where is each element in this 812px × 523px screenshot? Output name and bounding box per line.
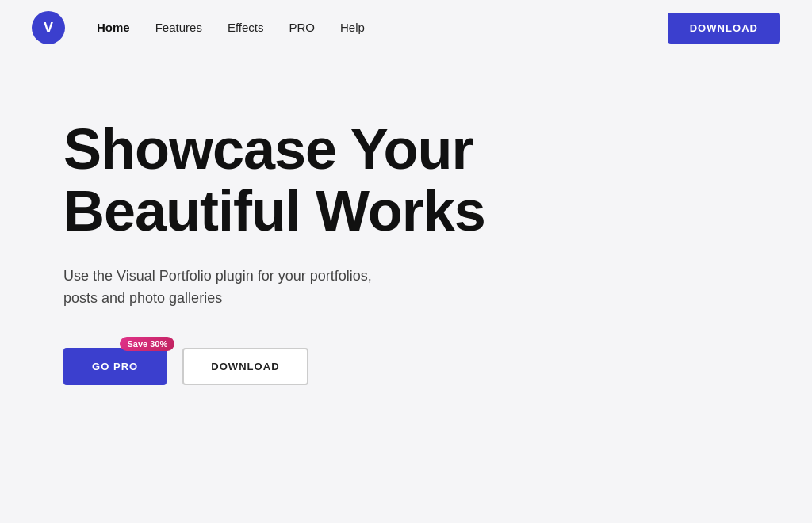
logo-letter: V — [44, 20, 53, 36]
nav-links: Home Features Effects PRO Help — [97, 21, 365, 35]
nav-link-help[interactable]: Help — [340, 21, 365, 34]
nav-item-features[interactable]: Features — [155, 21, 202, 35]
nav-item-pro[interactable]: PRO — [289, 21, 315, 35]
go-pro-button[interactable]: GO PRO — [63, 348, 167, 385]
hero-title-line1: Showcase Your — [63, 117, 473, 181]
hero-title-line2: Beautiful Works — [63, 179, 485, 242]
nav-item-help[interactable]: Help — [340, 21, 365, 35]
hero-title: Showcase Your Beautiful Works — [63, 119, 603, 242]
hero-download-button[interactable]: DOWNLOAD — [182, 348, 308, 385]
nav-item-effects[interactable]: Effects — [228, 21, 264, 35]
save-badge: Save 30% — [120, 337, 174, 351]
nav-link-features[interactable]: Features — [155, 21, 202, 34]
nav-item-home[interactable]: Home — [97, 21, 130, 35]
nav-link-effects[interactable]: Effects — [228, 21, 264, 34]
nav-download-button[interactable]: DOWNLOAD — [668, 13, 780, 44]
logo[interactable]: V — [32, 11, 65, 44]
hero-button-group: Save 30% GO PRO DOWNLOAD — [63, 348, 764, 385]
nav-link-home[interactable]: Home — [97, 21, 130, 34]
navbar: V Home Features Effects PRO Help DOWNLOA… — [0, 0, 812, 55]
go-pro-wrapper: Save 30% GO PRO — [63, 348, 167, 385]
nav-link-pro[interactable]: PRO — [289, 21, 315, 34]
hero-section: Showcase Your Beautiful Works Use the Vi… — [0, 55, 812, 433]
hero-subtitle: Use the Visual Portfolio plugin for your… — [63, 265, 396, 311]
